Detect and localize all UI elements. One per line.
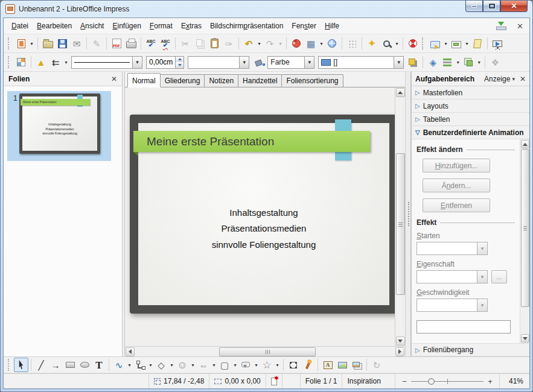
property-more-button[interactable]: ... (491, 270, 507, 283)
alignment-dropdown[interactable] (455, 55, 461, 69)
stars-dropdown[interactable] (274, 358, 281, 372)
close-document-icon[interactable]: ✕ (514, 21, 526, 32)
section-folienuebergang[interactable]: ▷ Folienübergang (412, 343, 529, 356)
menu-bearbeiten[interactable]: Bearbeiten (33, 19, 76, 33)
scroll-thumb[interactable] (521, 149, 529, 307)
tab-foliensortierung[interactable]: Foliensortierung (281, 74, 343, 87)
start-dropdown[interactable] (417, 242, 488, 255)
stars-button[interactable]: ☆ (260, 358, 274, 372)
slide-title-banner[interactable]: Meine erste Präsentation (133, 131, 370, 152)
chart-button[interactable] (289, 36, 304, 51)
line-style-select[interactable] (71, 56, 142, 69)
line-width-input[interactable]: 0,00cm (146, 56, 184, 69)
glue-points-button[interactable] (301, 358, 315, 372)
slide-title-text[interactable]: Meine erste Präsentation (133, 135, 274, 148)
slide-layout-dropdown[interactable] (464, 36, 470, 51)
animation-list[interactable] (417, 320, 511, 334)
zoom-level-value[interactable]: 41% (499, 374, 529, 388)
add-effect-button[interactable]: Hinzufügen... (423, 159, 490, 172)
gallery-button[interactable] (349, 358, 364, 372)
zoom-out-button[interactable]: − (401, 377, 407, 386)
connector-tool-button[interactable] (133, 358, 147, 372)
basic-shapes-dropdown[interactable] (168, 358, 175, 372)
fill-color-select[interactable]: [] (318, 56, 404, 69)
view-selector[interactable]: Anzeige (484, 75, 515, 83)
line-tool-button[interactable]: ╱ (34, 358, 48, 372)
canvas-vertical-scrollbar[interactable] (395, 87, 405, 346)
update-available-icon[interactable] (496, 22, 506, 30)
new-document-button[interactable] (14, 36, 28, 51)
print-button[interactable] (124, 36, 138, 51)
toolbar-drag-handle[interactable] (8, 359, 12, 371)
new-document-dropdown[interactable] (28, 36, 35, 51)
remove-effect-button[interactable]: Entfernen (423, 198, 490, 212)
paste-button[interactable] (207, 36, 222, 51)
menu-datei[interactable]: Datei (7, 19, 33, 33)
zoom-in-button[interactable]: + (487, 377, 493, 386)
speed-dropdown[interactable] (417, 299, 488, 312)
table-dropdown[interactable] (318, 36, 325, 51)
symbol-shapes-dropdown[interactable] (190, 358, 196, 372)
line-color-select[interactable] (188, 56, 249, 69)
line-color-select-arrow[interactable] (239, 57, 249, 68)
zoom-slider[interactable] (411, 378, 484, 385)
scroll-thumb[interactable] (219, 347, 316, 356)
styles-button[interactable] (14, 55, 28, 69)
object-size-field[interactable]: 0,00 x 0,00 (209, 374, 265, 388)
shadow-button[interactable] (406, 55, 420, 69)
section-layouts[interactable]: ▷ Layouts (412, 100, 529, 113)
curve-dropdown[interactable] (126, 358, 133, 372)
symbol-shapes-button[interactable]: ☺ (175, 358, 190, 372)
fill-color-select-arrow[interactable] (394, 57, 403, 68)
canvas-horizontal-scrollbar[interactable] (125, 346, 405, 356)
zoom-button[interactable] (379, 36, 394, 51)
curve-tool-button[interactable]: ∿ (112, 358, 126, 372)
template-field[interactable]: Inspiration (342, 374, 395, 388)
fontwork-button[interactable]: A (321, 358, 335, 372)
tab-notizen[interactable]: Notizen (204, 74, 238, 87)
tab-gliederung[interactable]: Gliederung (160, 74, 205, 87)
menu-extras[interactable]: Extras (177, 19, 206, 33)
menu-fenster[interactable]: Fenster (287, 19, 321, 33)
cursor-position-field[interactable]: 17,84 / -2,48 (148, 374, 209, 388)
edit-points-button[interactable] (286, 358, 301, 372)
arrange-button[interactable] (461, 55, 476, 69)
arrange-dropdown[interactable] (476, 55, 482, 69)
tab-handzettel[interactable]: Handzettel (238, 74, 282, 87)
zoom-slider-thumb[interactable] (428, 378, 435, 385)
slide-layout-button[interactable] (449, 36, 464, 51)
undo-button[interactable]: ↶ (241, 36, 256, 51)
undo-dropdown[interactable] (256, 36, 263, 51)
slides-panel-close-icon[interactable]: ✕ (111, 75, 117, 83)
close-button[interactable]: ✕ (500, 1, 528, 12)
slide-design-button[interactable] (470, 36, 485, 51)
arrow-style-button[interactable]: ⇇ (48, 55, 63, 69)
block-arrows-button[interactable]: ⇔ (196, 358, 211, 372)
document-modified-field[interactable]: ✱ (266, 374, 282, 388)
rotate-button[interactable]: ◈ (426, 55, 440, 69)
dropdown-arrow[interactable] (477, 299, 487, 311)
connector-dropdown[interactable] (147, 358, 154, 372)
toolbar-drag-handle[interactable] (8, 56, 12, 68)
line-width-value[interactable]: 0,00cm (147, 58, 175, 66)
rectangle-tool-button[interactable] (63, 358, 77, 372)
menu-ansicht[interactable]: Ansicht (76, 19, 108, 33)
display-mode-button[interactable] (428, 36, 442, 51)
open-button[interactable] (40, 36, 55, 51)
menu-format[interactable]: Format (145, 19, 177, 33)
fill-button[interactable] (251, 55, 266, 69)
line-width-up[interactable] (176, 57, 184, 63)
scroll-track[interactable] (135, 347, 395, 356)
callouts-button[interactable] (238, 358, 253, 372)
slide-info-field[interactable]: Folie 1 / 1 (300, 374, 342, 388)
flowchart-button[interactable]: ▢ (217, 358, 232, 372)
slide-thumbnail[interactable]: Meine erste Präsentation Inhaltsgestaltu… (19, 93, 100, 154)
menu-bildschirmpraesentation[interactable]: Bildschirmpräsentation (206, 19, 287, 33)
arrow-style-dropdown[interactable] (63, 55, 69, 69)
slide[interactable]: Meine erste Präsentation Inhaltsgestaltu… (130, 115, 395, 314)
display-mode-dropdown[interactable] (442, 36, 449, 51)
presentation-button[interactable] (490, 36, 505, 51)
dropdown-arrow[interactable] (477, 242, 487, 254)
text-tool-button[interactable]: T (92, 358, 106, 372)
minimize-button[interactable] (465, 1, 483, 12)
